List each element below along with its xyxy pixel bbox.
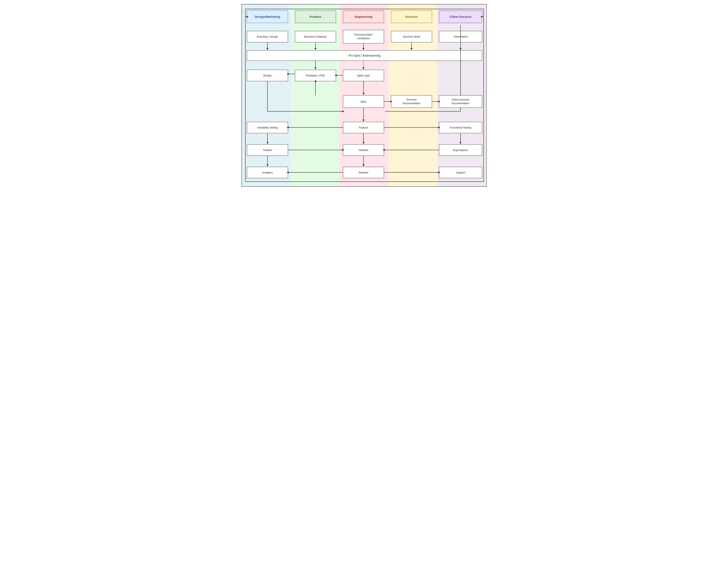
arrow-eng-prespec-tip: [362, 48, 365, 50]
diagram-wrapper: Design/Marketing Product Engineering Ser…: [241, 4, 487, 187]
arrow-prod-prespec-tip: [314, 48, 316, 50]
label-business-initiatives: Business Initiatives: [304, 35, 327, 38]
arrow-svc-prespec-tip: [411, 48, 413, 50]
label-analytics: Analytics: [262, 171, 273, 174]
diagram-content: Design/Marketing Product Engineering Ser…: [242, 4, 486, 186]
label-bug-reports: Bug Reports: [453, 148, 468, 152]
label-functional-testing: Functional Testing: [450, 126, 471, 129]
header-cs-label: Client Success: [449, 15, 471, 18]
label-cs-doc-2: Documentation: [451, 102, 469, 105]
header-dm-label: Design/Marketing: [254, 15, 280, 18]
arrow-functional-bug-reports-tip: [459, 142, 461, 144]
arrow-design-spec-h-tip: [342, 110, 344, 113]
arrow-prespec-spike-tip: [362, 67, 365, 69]
label-cs-doc-1: Client Success: [452, 98, 469, 101]
label-release: Release: [359, 171, 368, 174]
label-branding-design: Branding / Design: [257, 35, 278, 38]
arrow-useability-tweaks-tip: [267, 142, 269, 144]
box-cs-doc: [439, 95, 482, 108]
flow-diagram-svg: Design/Marketing Product Engineering Ser…: [245, 9, 484, 182]
label-feature: Feature: [359, 126, 368, 129]
arrow-spike-down-tip: [362, 93, 365, 95]
arrow-hotfixes-release-tip: [362, 164, 365, 166]
label-support: Support: [456, 171, 465, 174]
header-eng-label: Engineering: [355, 15, 372, 18]
label-technical-debt-1: Technical Debt /: [354, 33, 373, 36]
header-prod-label: Product: [309, 15, 321, 18]
arrow-tweaks-analytics-tip: [267, 164, 269, 166]
label-tweaks: Tweaks: [263, 148, 272, 152]
label-services-doc-2: Documentation: [403, 102, 420, 105]
label-technical-debt-2: Limitations: [357, 37, 370, 40]
label-spike: Spike (opt): [357, 74, 370, 77]
arrow-dm-prespec-tip: [267, 48, 269, 50]
label-services-doc-1: Services: [407, 98, 417, 101]
arrow-feature-hotfixes-tip: [362, 142, 365, 144]
label-hotfixes: Hotfixes: [359, 148, 368, 152]
label-pre-spec: Pre Spec / Brainstorming: [349, 54, 380, 57]
label-design: Design: [263, 74, 271, 77]
label-spec: Spec: [360, 100, 367, 103]
arrow-prespec-prototype-tip: [314, 67, 316, 69]
arrow-spec-feature-tip: [362, 120, 365, 122]
box-services-doc: [391, 95, 432, 108]
label-services-need: Services Need: [403, 35, 420, 38]
label-useability-testing: Useability Testing: [257, 126, 278, 129]
header-svc-label: Services: [405, 15, 418, 18]
label-prototype-poc: Prototype / POC: [306, 74, 325, 77]
